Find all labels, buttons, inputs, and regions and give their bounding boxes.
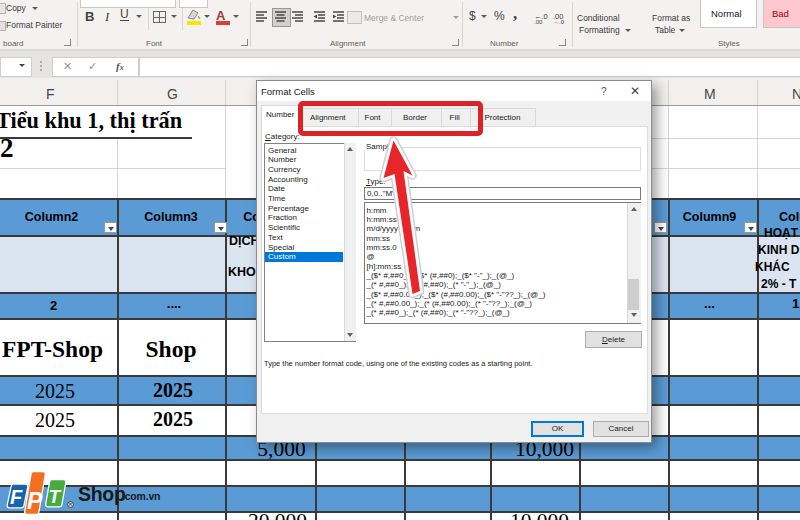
svg-text:.com.vn: .com.vn [122,490,160,502]
svg-text:Shop: Shop [78,483,126,505]
svg-text:F: F [10,486,23,508]
svg-text:P: P [27,488,43,514]
svg-text:R: R [69,502,72,507]
svg-text:T: T [49,486,62,507]
